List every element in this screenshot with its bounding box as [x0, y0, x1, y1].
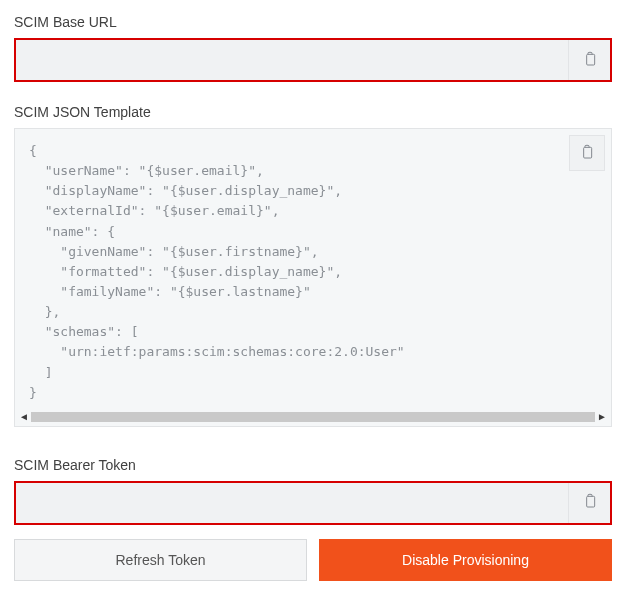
action-button-row: Refresh Token Disable Provisioning: [14, 539, 612, 581]
horizontal-scrollbar[interactable]: ◄ ►: [15, 411, 611, 426]
scroll-left-arrow[interactable]: ◄: [17, 412, 31, 422]
clipboard-icon: [582, 492, 598, 513]
scim-bearer-token-label: SCIM Bearer Token: [14, 457, 612, 473]
clipboard-icon: [579, 143, 595, 164]
clipboard-icon: [582, 50, 598, 71]
copy-scim-json-button[interactable]: [569, 135, 605, 171]
scim-json-template-code[interactable]: { "userName": "{$user.email}", "displayN…: [15, 129, 611, 411]
scim-bearer-token-input[interactable]: [16, 483, 568, 523]
scrollbar-track[interactable]: [31, 412, 595, 422]
refresh-token-button[interactable]: Refresh Token: [14, 539, 307, 581]
scim-base-url-label: SCIM Base URL: [14, 14, 612, 30]
scroll-right-arrow[interactable]: ►: [595, 412, 609, 422]
scim-bearer-token-field: [14, 481, 612, 525]
scim-base-url-input[interactable]: [16, 40, 568, 80]
disable-provisioning-button[interactable]: Disable Provisioning: [319, 539, 612, 581]
scim-json-template-box: { "userName": "{$user.email}", "displayN…: [14, 128, 612, 427]
copy-scim-base-url-button[interactable]: [568, 40, 610, 80]
scim-json-template-label: SCIM JSON Template: [14, 104, 612, 120]
svg-rect-2: [586, 497, 594, 508]
scim-base-url-field: [14, 38, 612, 82]
svg-rect-1: [584, 147, 592, 158]
svg-rect-0: [586, 54, 594, 65]
copy-scim-bearer-token-button[interactable]: [568, 483, 610, 523]
